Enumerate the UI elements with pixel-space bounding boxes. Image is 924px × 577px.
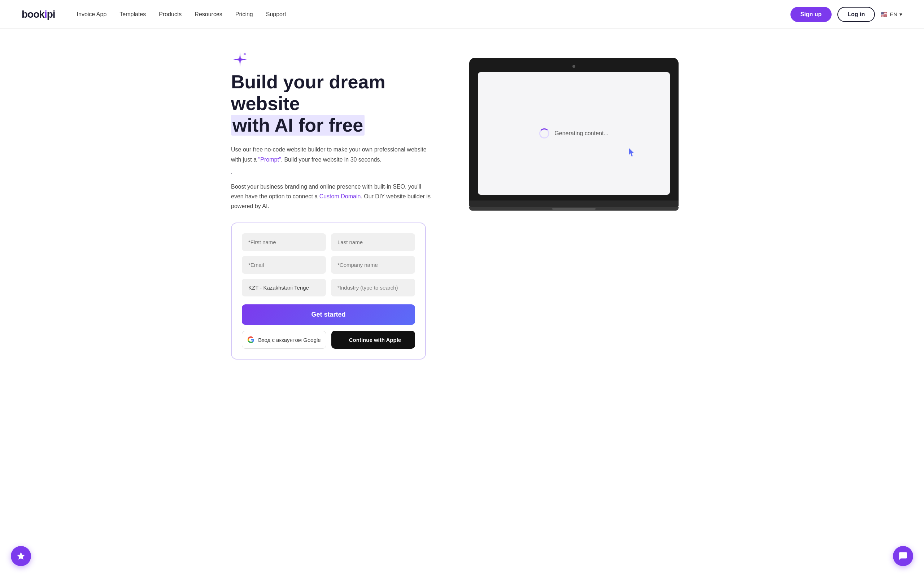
lang-label: EN	[890, 11, 897, 17]
loading-spinner	[539, 128, 549, 139]
laptop-screen: Generating content...	[478, 72, 670, 195]
first-name-input[interactable]	[242, 233, 326, 251]
sparkle-decoration	[231, 50, 249, 69]
chat-widget-button[interactable]	[893, 546, 913, 566]
bottom-badge-button[interactable]	[11, 546, 31, 566]
flag-icon: 🇺🇸	[881, 11, 888, 18]
get-started-button[interactable]: Get started	[242, 305, 415, 325]
hero-desc-1: Use our free no-code website builder to …	[231, 145, 433, 164]
apple-signin-label: Continue with Apple	[349, 337, 401, 343]
apple-signin-button[interactable]: Continue with Apple	[331, 331, 415, 349]
bookmark-icon	[16, 551, 26, 561]
headline-line1: Build your dream website	[231, 71, 386, 114]
chat-icon	[898, 551, 908, 561]
headline-line2: with AI for free	[231, 115, 365, 135]
laptop-camera	[572, 65, 575, 68]
logo[interactable]: bookipi	[22, 9, 55, 20]
header-actions: Sign up Log in 🇺🇸 EN ▾	[790, 7, 902, 22]
hero-right-column: Generating content...	[455, 50, 693, 211]
cursor-icon	[629, 148, 635, 157]
google-icon	[247, 336, 254, 343]
chevron-down-icon: ▾	[900, 11, 902, 18]
laptop: Generating content...	[469, 58, 678, 211]
nav-resources[interactable]: Resources	[195, 11, 222, 18]
language-selector[interactable]: 🇺🇸 EN ▾	[881, 11, 902, 18]
nav-products[interactable]: Products	[159, 11, 181, 18]
form-row-name	[242, 233, 415, 251]
last-name-input[interactable]	[331, 233, 415, 251]
laptop-foot	[469, 207, 678, 211]
hero-desc-2: Boost your business branding and online …	[231, 182, 433, 211]
hero-left-column: Build your dream website with AI for fre…	[231, 50, 433, 359]
laptop-base	[469, 200, 678, 207]
signup-button[interactable]: Sign up	[790, 7, 832, 22]
nav-pricing[interactable]: Pricing	[235, 11, 253, 18]
find-out-period: .	[231, 169, 233, 175]
company-input[interactable]	[331, 256, 415, 274]
svg-point-0	[244, 53, 246, 55]
laptop-illustration: Generating content...	[469, 58, 678, 211]
social-signin-row: Вход с аккаунтом Google Continue with Ap…	[242, 331, 415, 349]
prompt-link[interactable]: "Prompt"	[258, 156, 281, 163]
form-row-email	[242, 256, 415, 274]
laptop-body: Generating content...	[469, 58, 678, 200]
google-signin-button[interactable]: Вход с аккаунтом Google	[242, 331, 326, 349]
industry-input[interactable]	[331, 279, 415, 297]
custom-domain-link[interactable]: Custom Domain	[320, 193, 361, 200]
nav-invoice-app[interactable]: Invoice App	[77, 11, 107, 18]
google-signin-label: Вход с аккаунтом Google	[258, 337, 320, 343]
nav-templates[interactable]: Templates	[120, 11, 146, 18]
hero-headline: Build your dream website with AI for fre…	[231, 71, 433, 136]
currency-select[interactable]: KZT - Kazakhstani Tenge	[242, 279, 326, 297]
form-row-currency-industry: KZT - Kazakhstani Tenge	[242, 279, 415, 297]
email-input[interactable]	[242, 256, 326, 274]
generating-text: Generating content...	[554, 130, 608, 137]
signup-form: KZT - Kazakhstani Tenge Get started Вход…	[231, 222, 426, 359]
login-button[interactable]: Log in	[837, 7, 875, 22]
nav-support[interactable]: Support	[266, 11, 286, 18]
generating-indicator: Generating content...	[539, 128, 608, 139]
main-nav: Invoice App Templates Products Resources…	[77, 11, 790, 18]
